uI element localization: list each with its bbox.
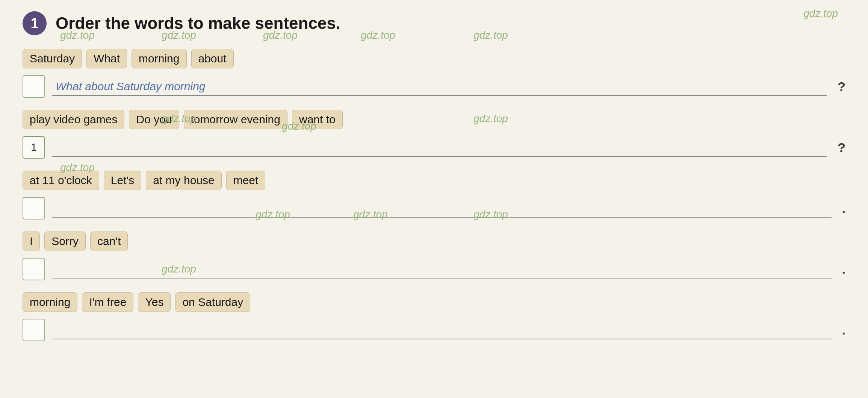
answer-line-2 (52, 138, 827, 157)
word-chip: play video games (23, 110, 124, 129)
answer-line-container-2 (52, 138, 827, 157)
section-4: I Sorry can't gdz.top gdz.top gdz.top . (23, 230, 845, 280)
end-punct-1: ? (838, 79, 845, 94)
answer-box-4[interactable] (23, 258, 45, 280)
section-2: play video games Do you tomorrow evening… (23, 108, 845, 159)
word-chip: I'm free (82, 292, 133, 312)
word-chip: I (23, 232, 40, 251)
word-chip: Do you (129, 110, 179, 129)
words-row-2: play video games Do you tomorrow evening… (23, 108, 845, 131)
words-row-4: I Sorry can't (23, 230, 845, 253)
page: gdz.top 1 Order the words to make senten… (0, 0, 868, 398)
answer-box-2[interactable]: 1 (23, 136, 45, 159)
answer-row-5: . (23, 319, 845, 341)
word-chip: meet (226, 171, 266, 190)
section-5: morning I'm free Yes on Saturday gdz.top… (23, 291, 845, 341)
word-chip: What (86, 49, 127, 68)
answer-box-5[interactable] (23, 319, 45, 341)
answer-line-4 (52, 260, 832, 278)
end-punct-2: ? (838, 140, 845, 155)
word-chip: Saturday (23, 49, 82, 68)
exercise-header: 1 Order the words to make sentences. (23, 11, 845, 35)
word-chip: Yes (138, 292, 171, 312)
words-row-5: morning I'm free Yes on Saturday (23, 291, 845, 313)
word-chip: on Saturday (175, 292, 250, 312)
answer-line-5 (52, 321, 832, 339)
word-chip: want to (292, 110, 343, 129)
answer-row-4: . (23, 258, 845, 280)
answer-text-1: What about Saturday morning (56, 80, 206, 93)
exercise-number: 1 (23, 11, 47, 35)
word-chip: at 11 o'clock (23, 171, 99, 190)
end-punct-3: . (842, 201, 845, 216)
words-row-1: Saturday What morning about (23, 47, 845, 70)
word-chip: Let's (104, 171, 141, 190)
word-chip: about (191, 49, 234, 68)
words-row-3: at 11 o'clock Let's at my house meet (23, 169, 845, 192)
answer-box-2-label: 1 (31, 141, 37, 153)
answer-line-container-3 (52, 199, 832, 218)
word-chip: morning (132, 49, 186, 68)
word-chip: Sorry (44, 232, 86, 251)
answer-box-3[interactable] (23, 197, 45, 219)
answer-row-2: 1 ? (23, 136, 845, 159)
end-punct-4: . (842, 262, 845, 277)
word-chip: at my house (146, 171, 221, 190)
answer-line-container-4 (52, 260, 832, 278)
section-3: at 11 o'clock Let's at my house meet gdz… (23, 169, 845, 219)
section-1: Saturday What morning about What about S… (23, 47, 845, 98)
word-chip: tomorrow evening (184, 110, 287, 129)
answer-row-1: What about Saturday morning ? (23, 75, 845, 98)
answer-box-1[interactable] (23, 75, 45, 98)
word-chip: morning (23, 292, 77, 312)
answer-line-3 (52, 199, 832, 218)
answer-row-3: . (23, 197, 845, 219)
answer-line-container-5 (52, 321, 832, 339)
end-punct-5: . (842, 323, 845, 337)
word-chip: can't (90, 232, 128, 251)
answer-line-1: What about Saturday morning (52, 77, 827, 96)
answer-line-container-1: What about Saturday morning (52, 77, 827, 96)
exercise-title: Order the words to make sentences. (56, 14, 340, 33)
